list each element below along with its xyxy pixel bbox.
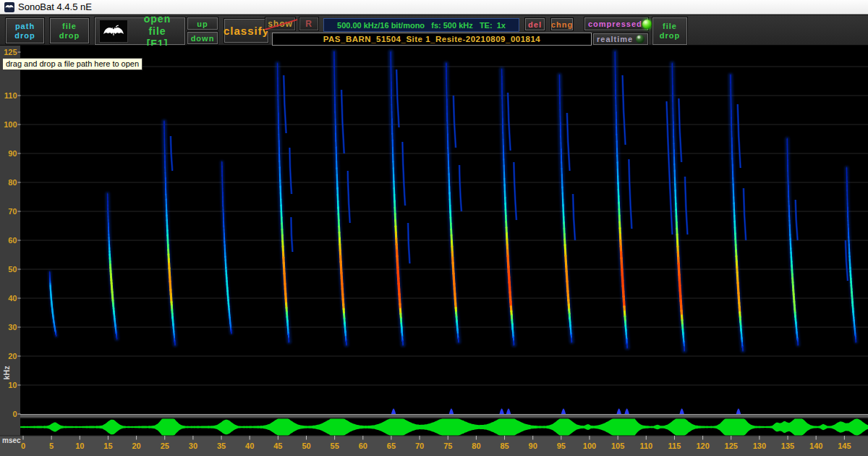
- y-tick-label: 90: [8, 149, 17, 158]
- file-drop-left-line1: file: [62, 22, 77, 31]
- drag-drop-tooltip: drag and drop a file path here to open: [2, 58, 142, 70]
- open-file-button[interactable]: open file [F1]: [94, 17, 186, 46]
- classify-button[interactable]: classify: [224, 18, 269, 43]
- spectrogram-background: [20, 46, 868, 414]
- compressed-toggle[interactable]: compressed: [584, 17, 649, 31]
- file-drop-left-button[interactable]: file drop: [49, 17, 90, 44]
- file-info-display: 500.00 kHz/16 bit/mono fs: 500 kHz TE: 1…: [323, 18, 519, 32]
- y-tick-label: 60: [8, 236, 17, 245]
- x-tick-label: 105: [611, 442, 624, 450]
- down-button[interactable]: down: [187, 31, 218, 45]
- path-drop-line2: drop: [14, 31, 35, 41]
- y-tick-label: 125: [4, 48, 17, 56]
- x-tick-label: 110: [639, 442, 652, 450]
- file-drop-right-line1: file: [663, 22, 677, 31]
- x-tick-label: 5: [49, 442, 54, 450]
- x-tick-label: 95: [557, 442, 566, 450]
- file-drop-left-line2: drop: [59, 31, 80, 41]
- x-tick-label: 145: [838, 442, 851, 450]
- filename-display[interactable]: PAS_BARN_51504_Site 1_Resite-20210809_00…: [272, 33, 592, 46]
- x-tick-label: 125: [725, 442, 738, 450]
- compressed-label: compressed: [588, 20, 642, 28]
- x-tick-label: 65: [387, 442, 396, 450]
- x-tick-label: 35: [217, 442, 226, 450]
- y-tick-label: 30: [8, 323, 17, 332]
- chng-button[interactable]: chng: [550, 17, 574, 31]
- x-tick-label: 0: [21, 442, 25, 450]
- file-info-text: 500.00 kHz/16 bit/mono fs: 500 kHz TE: 1…: [337, 21, 506, 30]
- realtime-label: realtime: [597, 35, 633, 43]
- y-tick-label: 50: [8, 265, 17, 274]
- x-tick-label: 20: [132, 442, 140, 450]
- show-label: show: [268, 19, 293, 29]
- y-tick-label: 40: [8, 294, 17, 303]
- x-tick-label: 120: [696, 442, 709, 450]
- toolbar: path drop file drop open file [F1] up do…: [0, 14, 868, 46]
- y-axis-unit-label: kHz: [2, 358, 12, 387]
- x-tick-label: 55: [331, 442, 339, 450]
- x-axis-unit-label: msec: [2, 436, 21, 444]
- x-axis-strip: [0, 436, 868, 456]
- del-label: del: [528, 20, 542, 29]
- x-tick-label: 40: [245, 442, 254, 450]
- x-tick-label: 10: [75, 442, 84, 450]
- x-tick-label: 45: [273, 442, 282, 450]
- x-tick-label: 50: [302, 442, 310, 450]
- x-tick-label: 140: [809, 442, 822, 450]
- y-tick-label: 0: [12, 410, 17, 418]
- r-label: R: [305, 19, 312, 29]
- del-button[interactable]: del: [524, 17, 545, 31]
- compressed-led-icon: [642, 20, 652, 29]
- down-label: down: [191, 34, 215, 43]
- r-button[interactable]: R: [299, 17, 319, 31]
- window-title: SonoBat 4.4.5 nE: [18, 1, 92, 12]
- show-button[interactable]: show: [265, 17, 296, 31]
- x-tick-label: 130: [753, 442, 766, 450]
- path-drop-line1: path: [15, 22, 35, 31]
- filename-text: PAS_BARN_51504_Site 1_Resite-20210809_00…: [323, 35, 541, 43]
- realtime-toggle[interactable]: realtime: [592, 33, 649, 46]
- up-label: up: [197, 20, 208, 28]
- open-file-label-block: open file [F1]: [134, 13, 181, 50]
- title-bar[interactable]: SonoBat 4.4.5 nE: [0, 0, 868, 14]
- y-tick-label: 100: [4, 120, 17, 129]
- file-drop-right-line2: drop: [660, 31, 680, 41]
- chng-label: chng: [551, 20, 573, 29]
- classify-label: classify: [224, 25, 269, 37]
- x-tick-label: 75: [443, 442, 452, 450]
- app-bat-icon: [4, 2, 14, 12]
- x-tick-label: 85: [500, 442, 509, 450]
- x-tick-label: 70: [415, 442, 424, 450]
- open-file-label: open file: [134, 13, 181, 38]
- x-tick-label: 100: [583, 442, 596, 450]
- x-tick-label: 80: [472, 442, 480, 450]
- sonobat-window: SonoBat 4.4.5 nE path drop file drop ope…: [0, 0, 868, 456]
- x-tick-label: 60: [359, 442, 367, 450]
- x-tick-label: 30: [189, 442, 197, 450]
- file-drop-right-button[interactable]: file drop: [652, 17, 688, 46]
- path-drop-button[interactable]: path drop: [5, 17, 45, 44]
- x-tick-label: 115: [668, 442, 681, 450]
- x-tick-label: 135: [781, 442, 794, 450]
- y-tick-label: 80: [8, 178, 17, 187]
- x-tick-label: 25: [161, 442, 169, 450]
- x-tick-label: 90: [529, 442, 537, 450]
- x-tick-label: 15: [103, 442, 112, 450]
- y-tick-label: 70: [8, 207, 17, 216]
- main-plot-area: 1251101009080706050403020100051015202530…: [0, 46, 868, 456]
- open-file-bat-icon: [99, 20, 128, 43]
- y-tick-label: 110: [4, 91, 17, 100]
- spectrogram-panel[interactable]: 1251101009080706050403020100051015202530…: [0, 46, 868, 456]
- realtime-led-icon: [636, 35, 644, 43]
- up-button[interactable]: up: [187, 17, 218, 30]
